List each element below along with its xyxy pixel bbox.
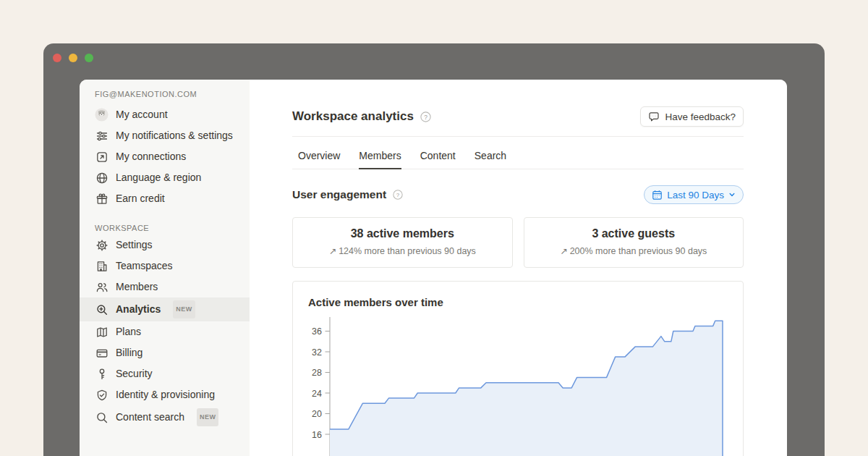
- gift-icon: [95, 192, 109, 206]
- tab-search[interactable]: Search: [475, 145, 506, 169]
- sidebar-item-identity-provisioning[interactable]: Identity & provisioning: [80, 384, 250, 405]
- trend-up-icon: ↗: [560, 246, 567, 256]
- page-header: Workspace analytics ?: [292, 106, 744, 127]
- analytics-tabs: Overview Members Content Search: [292, 145, 744, 169]
- new-badge: NEW: [173, 300, 195, 318]
- tab-overview[interactable]: Overview: [298, 145, 340, 169]
- tab-members[interactable]: Members: [359, 145, 401, 169]
- y-axis-label: 24: [312, 389, 322, 399]
- magnifier-plus-icon: [95, 303, 109, 316]
- stat-value: 38 active members: [293, 227, 512, 240]
- date-range-label: Last 90 Days: [667, 190, 724, 200]
- account-email: FIG@MAKENOTION.COM: [95, 90, 250, 98]
- tab-content[interactable]: Content: [420, 145, 456, 169]
- have-feedback-button[interactable]: Have feedback?: [640, 106, 744, 127]
- sidebar-item-label: Billing: [116, 345, 142, 360]
- stat-cards-row: 38 active members ↗124% more than previo…: [292, 217, 744, 268]
- help-icon[interactable]: ?: [420, 111, 431, 122]
- avatar: [95, 108, 109, 122]
- y-axis-label: 32: [312, 347, 322, 358]
- y-axis-ticks: 162024283236: [312, 326, 330, 440]
- stat-delta: ↗124% more than previous 90 days: [293, 245, 512, 256]
- sidebar-item-label: Security: [116, 366, 153, 381]
- sidebar-item-analytics[interactable]: Analytics NEW: [80, 297, 250, 321]
- chart-area-fill: [330, 321, 723, 456]
- map-icon: [95, 325, 109, 339]
- sidebar-item-label: Earn credit: [116, 191, 165, 206]
- main-content: Workspace analytics ?: [250, 80, 787, 456]
- chevron-down-icon: [728, 191, 736, 198]
- svg-text:?: ?: [424, 113, 427, 120]
- window-titlebar: [53, 54, 93, 62]
- help-icon[interactable]: ?: [393, 190, 403, 200]
- date-range-dropdown[interactable]: Last 90 Days: [644, 185, 744, 204]
- new-badge: NEW: [197, 408, 219, 426]
- y-axis-label: 16: [312, 430, 322, 440]
- engagement-header-row: User engagement ?: [292, 185, 744, 204]
- trend-up-icon: ↗: [329, 246, 336, 256]
- sidebar-item-label: Content search: [116, 410, 184, 425]
- sidebar-item-label: My connections: [116, 149, 186, 164]
- arrow-square-icon: [95, 150, 109, 164]
- close-window-button[interactable]: [53, 54, 61, 62]
- sidebar-item-label: Plans: [116, 324, 141, 339]
- stat-delta-text: 200% more than previous 90 days: [570, 246, 707, 256]
- members-chart-svg: 162024283236: [293, 314, 744, 456]
- calendar-icon: [652, 190, 663, 200]
- workspace-section-label: WORKSPACE: [95, 224, 250, 232]
- sidebar-item-settings[interactable]: Settings: [80, 235, 250, 256]
- active-members-chart-card: Active members over time 162024283236: [292, 281, 744, 456]
- y-axis-label: 20: [312, 409, 322, 419]
- stat-card-active-members: 38 active members ↗124% more than previo…: [292, 217, 513, 268]
- sidebar-item-label: Settings: [116, 237, 153, 253]
- sidebar-item-billing[interactable]: Billing: [80, 342, 250, 363]
- sidebar-item-label: My notifications & settings: [116, 128, 233, 143]
- sidebar-item-label: Identity & provisioning: [116, 387, 215, 402]
- stat-card-active-guests: 3 active guests ↗200% more than previous…: [524, 217, 744, 268]
- feedback-button-label: Have feedback?: [665, 111, 736, 122]
- shield-check-icon: [95, 388, 109, 402]
- section-title: User engagement: [292, 188, 386, 201]
- chart-title: Active members over time: [308, 296, 743, 308]
- key-icon: [95, 367, 109, 381]
- sidebar-item-language-region[interactable]: Language & region: [80, 167, 250, 188]
- feedback-bubble-icon: [648, 111, 660, 122]
- sidebar-item-label: My account: [116, 107, 168, 122]
- zoom-window-button[interactable]: [85, 54, 93, 62]
- sliders-icon: [95, 129, 109, 143]
- sidebar-item-earn-credit[interactable]: Earn credit: [80, 188, 250, 209]
- sidebar-item-security[interactable]: Security: [80, 363, 250, 384]
- sidebar-item-label: Teamspaces: [116, 258, 173, 274]
- stat-delta-text: 124% more than previous 90 days: [339, 246, 476, 256]
- minimize-window-button[interactable]: [69, 54, 77, 62]
- credit-card-icon: [95, 346, 109, 360]
- sidebar-item-label: Language & region: [116, 170, 201, 185]
- people-icon: [95, 280, 109, 294]
- building-icon: [95, 259, 109, 273]
- gear-icon: [95, 238, 109, 252]
- page-title: Workspace analytics: [292, 109, 414, 124]
- settings-sidebar: FIG@MAKENOTION.COM My account: [80, 80, 250, 456]
- magnifier-icon: [95, 410, 109, 424]
- stat-delta: ↗200% more than previous 90 days: [524, 245, 744, 256]
- sidebar-item-label: Analytics: [116, 302, 161, 317]
- settings-modal: FIG@MAKENOTION.COM My account: [80, 80, 787, 456]
- sidebar-item-teamspaces[interactable]: Teamspaces: [80, 256, 250, 276]
- sidebar-item-plans[interactable]: Plans: [80, 321, 250, 342]
- app-window: FIG@MAKENOTION.COM My account: [43, 43, 825, 456]
- svg-text:?: ?: [396, 192, 400, 198]
- sidebar-item-content-search[interactable]: Content search NEW: [80, 405, 250, 429]
- globe-icon: [95, 171, 109, 185]
- y-axis-label: 36: [312, 326, 322, 337]
- sidebar-item-my-connections[interactable]: My connections: [80, 146, 250, 167]
- stat-value: 3 active guests: [524, 227, 744, 240]
- y-axis-label: 28: [312, 368, 322, 378]
- sidebar-item-members[interactable]: Members: [80, 276, 250, 297]
- sidebar-item-my-account[interactable]: My account: [80, 104, 250, 125]
- sidebar-item-label: Members: [116, 279, 158, 295]
- header-divider: [292, 136, 744, 137]
- sidebar-item-notifications-settings[interactable]: My notifications & settings: [80, 125, 250, 146]
